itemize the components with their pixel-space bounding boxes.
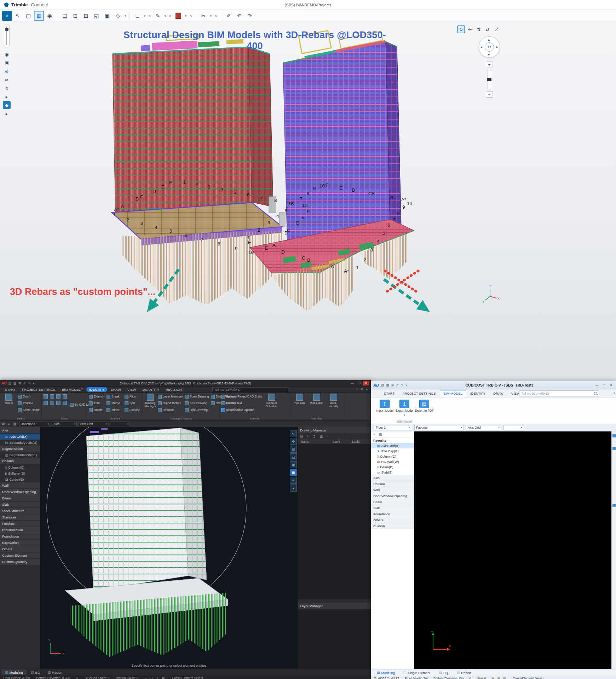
fit-view-icon[interactable]: ◱: [92, 11, 102, 21]
drawing-manager-button[interactable]: Drawing Manager: [145, 394, 156, 416]
tas-category-segmentation[interactable]: Segmentation: [0, 446, 40, 452]
pick-axis-button[interactable]: Pick Axis: [292, 394, 307, 416]
pen-caret-icon[interactable]: ▾: [163, 14, 167, 18]
relocate-button[interactable]: Relocate: [158, 407, 183, 413]
tas-category-prefabrication[interactable]: Prefabrication: [0, 527, 40, 533]
trb-category-others[interactable]: Others: [371, 517, 414, 523]
tas-selector-dropdown-3[interactable]: ▾: [110, 422, 130, 426]
bottom-tab-report[interactable]: ▥Report: [44, 669, 66, 675]
trb-favorite-column-c[interactable]: ▯Column(C): [371, 454, 414, 459]
tas-category-staircase[interactable]: Staircase: [0, 514, 40, 521]
select-button[interactable]: Select: [2, 394, 16, 416]
slider-knob[interactable]: [5, 28, 8, 31]
trb-viewport[interactable]: Y X: [414, 431, 611, 669]
trim-button[interactable]: Trim: [89, 400, 105, 406]
trb-tabrow-icons[interactable]: ▾: [614, 391, 615, 395]
bottom-tab-single-element[interactable]: ◫Single Element: [400, 670, 434, 675]
bottom-tab-bq[interactable]: ▤BQ: [27, 669, 44, 675]
align-button[interactable]: Align: [125, 394, 141, 399]
bottom-tab-modeling[interactable]: ▦Modeling: [1, 669, 27, 675]
wheel-up-icon[interactable]: ▴: [488, 37, 490, 41]
close-button[interactable]: ✕: [363, 381, 369, 385]
trb-category-wall[interactable]: Wall: [371, 487, 414, 493]
trb-tab-draw[interactable]: DRAW: [490, 390, 507, 397]
presentation-icon[interactable]: ▤: [60, 11, 70, 21]
tas-element-column-c[interactable]: ▯Column(C): [0, 464, 40, 470]
tas-category-finishes[interactable]: Finishes: [0, 521, 40, 527]
cube-view-icon[interactable]: ◇: [113, 11, 123, 21]
wheel-down-icon[interactable]: ▾: [488, 53, 490, 57]
tas-category-foundation[interactable]: Foundation: [0, 533, 40, 540]
tas-tab-quantity[interactable]: QUANTITY: [139, 387, 162, 392]
tas-category-axis[interactable]: Axis: [0, 427, 40, 434]
drawing-list[interactable]: [298, 444, 371, 599]
color-swatch-icon[interactable]: [173, 11, 183, 21]
tas-tab-bim-model[interactable]: BIM MODEL: [59, 387, 86, 392]
rect-tool-icon[interactable]: [44, 401, 48, 405]
mirror-button[interactable]: Mirror: [106, 407, 123, 413]
zoom-knob[interactable]: [487, 78, 491, 81]
clip-scissors-icon[interactable]: ✂: [198, 11, 208, 21]
shield-icon[interactable]: ▣: [3, 59, 11, 66]
gear-icon[interactable]: ⊛: [3, 67, 11, 75]
trb-tab-bim-model[interactable]: BIM MODEL: [440, 390, 466, 397]
walk-icon[interactable]: ⇅: [475, 25, 483, 33]
tas-tab-project-settings[interactable]: PROJECT SETTINGS: [19, 387, 58, 392]
pick-label-button[interactable]: Pick Label: [309, 394, 324, 416]
viewport-tool-icon-0[interactable]: ↖: [290, 430, 297, 437]
line-tool-icon[interactable]: [50, 394, 54, 399]
models-icon[interactable]: ▣: [102, 11, 112, 21]
point-tool-icon[interactable]: [44, 394, 48, 399]
zoom-out-button[interactable]: −: [486, 91, 493, 98]
maximize-button[interactable]: ❐: [356, 381, 362, 385]
status-icons[interactable]: ⊞ ⊟ ▦: [492, 677, 507, 679]
play-icon[interactable]: ▸: [3, 93, 11, 100]
maximize-button[interactable]: ❐: [601, 383, 607, 388]
search-icon[interactable]: [594, 392, 597, 395]
import-picture-button[interactable]: Import Picture: [158, 400, 183, 406]
wheel-right-icon[interactable]: ▸: [496, 45, 498, 49]
bottom-tab-bq[interactable]: ▤BQ: [436, 670, 452, 675]
tas-tab-revision[interactable]: REVISION: [163, 387, 184, 392]
arc-tool-icon[interactable]: [56, 394, 61, 399]
zoom-slider[interactable]: [488, 69, 491, 90]
trb-category-slab[interactable]: Slab: [371, 505, 414, 511]
viewport-tool-icon-3[interactable]: ◱: [290, 453, 297, 460]
panel-toggle-icon[interactable]: [612, 504, 616, 507]
favorite-header[interactable]: Favorite: [371, 437, 414, 443]
undo-icon[interactable]: ↶: [234, 11, 244, 21]
merge-button[interactable]: Merge: [106, 400, 123, 406]
tas-element-axis-grid-x[interactable]: ▦Axis Grid(X): [0, 434, 40, 440]
panel-toggle-icon[interactable]: [612, 434, 616, 437]
trb-favorite-rc-wall-w[interactable]: ▤RC Wall(W): [371, 459, 414, 464]
trb-favorite-beam-b[interactable]: ≡Beam(B): [371, 464, 414, 470]
cube-caret-icon[interactable]: ▾: [123, 14, 127, 18]
polyline-select-button[interactable]: Polyline: [18, 400, 40, 406]
snapshot-icon[interactable]: ⊞: [81, 11, 91, 21]
trb-selector-dropdown-0[interactable]: Floor 1▾: [374, 425, 412, 430]
trb-selector-dropdown-2[interactable]: Axis Grid▾: [466, 425, 501, 430]
spline-tool-icon[interactable]: [56, 401, 61, 405]
trb-category-beam[interactable]: Beam: [371, 499, 414, 505]
panel-toggle-icon[interactable]: [612, 447, 616, 450]
hide-eye-icon[interactable]: ◉: [45, 11, 54, 21]
close-button[interactable]: ✕: [608, 383, 614, 388]
pan-icon[interactable]: ✛: [466, 25, 474, 33]
tas-element-segmentation-se[interactable]: ◫Segmentation(SE): [0, 452, 40, 458]
tas-tab-start[interactable]: START: [2, 387, 18, 392]
column-lock[interactable]: Lock: [333, 440, 352, 443]
measure-close-icon[interactable]: ×: [147, 13, 152, 18]
marquee-select-icon[interactable]: ▢: [23, 11, 33, 21]
same-name-select-button[interactable]: Same-Name: [18, 407, 40, 413]
tas-category-door-window-opening[interactable]: Door/Window Opening: [0, 489, 40, 495]
link-icon[interactable]: ∞: [3, 76, 11, 83]
scale-drawing-button[interactable]: Scale Drawing: [185, 394, 209, 399]
tas-selector-dropdown-2[interactable]: Axis Grid▾: [79, 422, 108, 426]
rotate-button[interactable]: Rotate: [89, 407, 105, 413]
extend-button[interactable]: Extend: [89, 394, 105, 399]
eye-icon[interactable]: ◉: [3, 50, 11, 58]
trb-favorite-pile-cap-p[interactable]: ▼Pile Cap(P): [371, 448, 414, 454]
left-tower[interactable]: [113, 35, 273, 213]
measure-icon[interactable]: ∟: [132, 11, 142, 21]
back-button[interactable]: ‹: [2, 11, 12, 21]
